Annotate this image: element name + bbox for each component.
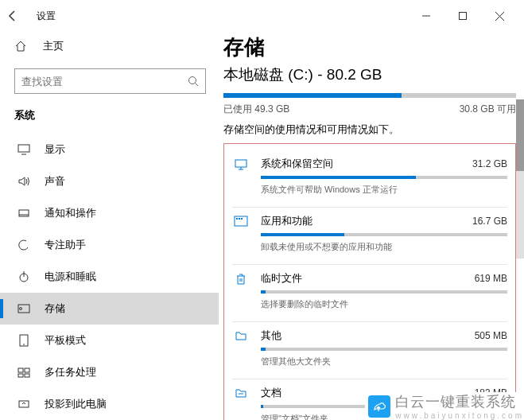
nav-label: 多任务处理	[45, 365, 96, 379]
storage-title: 文档	[261, 386, 281, 400]
svg-rect-21	[235, 160, 246, 167]
storage-bar	[261, 290, 507, 294]
nav-icon	[16, 270, 32, 283]
nav-icon	[16, 334, 32, 347]
nav-icon	[16, 304, 32, 313]
svg-point-4	[189, 77, 196, 84]
svg-rect-19	[25, 374, 29, 377]
storage-icon	[232, 330, 250, 368]
storage-item[interactable]: 其他505 MB管理其他大文件夹	[232, 322, 507, 379]
nav-label: 存储	[45, 301, 65, 316]
storage-title: 其他	[261, 329, 281, 343]
storage-size: 16.7 GB	[472, 216, 507, 227]
home-label: 主页	[43, 39, 64, 53]
storage-icon	[232, 158, 250, 196]
svg-rect-24	[235, 216, 247, 226]
storage-size: 505 MB	[475, 330, 507, 341]
svg-rect-12	[18, 305, 29, 313]
sidebar-item-5[interactable]: 存储	[0, 293, 219, 325]
storage-icon	[232, 273, 250, 310]
maximize-button[interactable]	[444, 4, 481, 28]
storage-title: 系统和保留空间	[261, 157, 333, 171]
nav-label: 显示	[45, 142, 65, 157]
storage-desc: 系统文件可帮助 Windows 正常运行	[261, 184, 507, 196]
nav-icon	[16, 208, 32, 219]
disk-label: 本地磁盘 (C:) - 80.2 GB	[223, 64, 516, 85]
svg-rect-25	[236, 218, 238, 220]
storage-desc: 选择要删除的临时文件	[261, 298, 507, 310]
svg-rect-6	[18, 145, 29, 152]
disk-usage-bar	[223, 93, 516, 98]
storage-size: 31.2 GB	[472, 158, 507, 169]
usage-description: 存储空间的使用情况和可用情况如下。	[223, 122, 516, 137]
watermark-sub: www.baiyunxitong.com	[395, 411, 524, 420]
sidebar-item-6[interactable]: 平板模式	[14, 325, 206, 356]
sidebar-item-3[interactable]: 专注助手	[14, 229, 206, 261]
svg-rect-17	[25, 368, 29, 372]
nav-icon	[16, 399, 32, 410]
svg-rect-1	[460, 13, 467, 20]
watermark-text: 白云一键重装系统	[395, 392, 524, 411]
sidebar-item-1[interactable]: 声音	[14, 165, 206, 197]
content-pane: 存储 本地磁盘 (C:) - 80.2 GB 已使用 49.3 GB 30.8 …	[219, 32, 524, 420]
nav-icon	[16, 144, 32, 155]
sidebar-item-0[interactable]: 显示	[14, 134, 206, 165]
storage-bar	[261, 176, 507, 179]
close-button[interactable]	[481, 4, 518, 28]
window-title: 设置	[37, 10, 56, 23]
nav-label: 专注助手	[45, 238, 86, 252]
storage-breakdown: 系统和保留空间31.2 GB系统文件可帮助 Windows 正常运行应用和功能1…	[223, 143, 516, 420]
nav-label: 声音	[45, 174, 65, 189]
storage-item[interactable]: 系统和保留空间31.2 GB系统文件可帮助 Windows 正常运行	[232, 150, 507, 208]
page-title: 存储	[223, 33, 516, 61]
sidebar-item-8[interactable]: 投影到此电脑	[14, 388, 206, 420]
svg-line-5	[196, 84, 199, 87]
storage-bar	[261, 348, 507, 351]
storage-bar	[261, 233, 507, 236]
scrollbar[interactable]	[516, 99, 524, 259]
storage-desc: 管理其他大文件夹	[261, 356, 507, 368]
svg-rect-18	[18, 374, 23, 377]
storage-title: 应用和功能	[261, 214, 312, 228]
nav-icon	[16, 367, 32, 378]
home-icon	[14, 40, 30, 52]
storage-desc: 卸载未使用或不想要的应用和功能	[261, 241, 507, 253]
nav-label: 平板模式	[45, 333, 86, 348]
storage-item[interactable]: 临时文件619 MB选择要删除的临时文件	[232, 265, 507, 322]
free-label: 30.8 GB 可用	[460, 103, 516, 116]
watermark: 白云一键重装系统 www.baiyunxitong.com	[365, 392, 524, 420]
sidebar-item-2[interactable]: 通知和操作	[14, 197, 206, 229]
svg-point-13	[20, 308, 22, 310]
sidebar: 主页 系统 显示声音通知和操作专注助手电源和睡眠存储平板模式多任务处理投影到此电…	[0, 32, 219, 420]
storage-title: 临时文件	[261, 271, 302, 286]
watermark-logo-icon	[368, 395, 390, 418]
nav-label: 投影到此电脑	[45, 397, 107, 411]
storage-item[interactable]: 应用和功能16.7 GB卸载未使用或不想要的应用和功能	[232, 208, 507, 265]
svg-rect-8	[19, 210, 29, 216]
storage-icon	[232, 387, 250, 420]
storage-icon	[232, 216, 250, 253]
minimize-button[interactable]	[408, 4, 444, 28]
search-field[interactable]	[21, 76, 188, 88]
svg-rect-27	[241, 218, 243, 220]
nav-icon	[16, 239, 32, 251]
search-input[interactable]	[14, 68, 206, 94]
nav-label: 电源和睡眠	[45, 270, 96, 284]
svg-rect-16	[18, 368, 23, 372]
nav-label: 通知和操作	[45, 206, 96, 220]
search-icon	[188, 76, 199, 87]
scroll-thumb[interactable]	[516, 99, 524, 171]
sidebar-item-home[interactable]: 主页	[14, 32, 206, 60]
sidebar-item-7[interactable]: 多任务处理	[14, 356, 206, 388]
storage-size: 619 MB	[475, 273, 507, 284]
svg-rect-20	[19, 401, 29, 407]
back-button[interactable]	[6, 10, 32, 22]
titlebar: 设置	[0, 0, 524, 32]
section-header: 系统	[14, 108, 206, 122]
svg-rect-26	[239, 218, 240, 220]
nav-icon	[16, 176, 32, 187]
sidebar-item-4[interactable]: 电源和睡眠	[14, 261, 206, 293]
used-label: 已使用 49.3 GB	[223, 103, 289, 116]
